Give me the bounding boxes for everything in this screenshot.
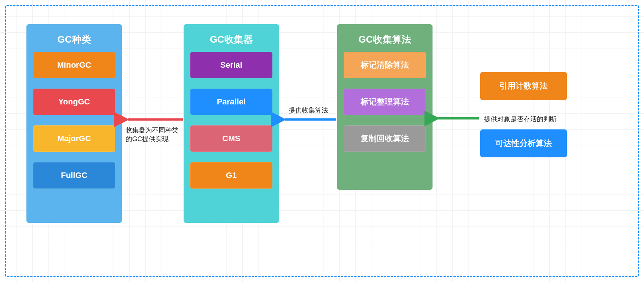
box-reachability: 可达性分析算法	[480, 129, 567, 157]
chip-parallel: Parallel	[190, 89, 272, 115]
arrow-label-1-line2: 的GC提供实现	[126, 135, 169, 143]
chip-yonggc: YongGC	[33, 89, 115, 115]
arrow-label-2: 提供收集算法	[289, 106, 328, 115]
arrow-label-1: 收集器为不同种类 的GC提供实现	[126, 126, 188, 144]
box-ref-counting: 引用计数算法	[480, 72, 567, 100]
chip-mark-sweep: 标记清除算法	[344, 52, 426, 78]
arrow-label-1-line1: 收集器为不同种类	[126, 126, 178, 134]
chip-g1: G1	[190, 162, 272, 189]
chip-minorgc: MinorGC	[33, 52, 115, 78]
panel-title-algorithms: GC收集算法	[359, 33, 411, 46]
chip-fullgc: FullGC	[33, 162, 115, 189]
panel-title-collectors: GC收集器	[210, 33, 253, 46]
chip-majorgc: MajorGC	[33, 125, 115, 152]
panel-gc-types: GC种类 MinorGC YongGC MajorGC FullGC	[26, 24, 122, 223]
arrow-label-3: 提供对象是否存活的判断	[484, 115, 557, 124]
panel-gc-algorithms: GC收集算法 标记清除算法 标记整理算法 复制回收算法	[337, 24, 433, 190]
chip-serial: Serial	[190, 52, 272, 78]
panel-gc-collectors: GC收集器 Serial Parallel CMS G1	[184, 24, 279, 223]
panel-title-types: GC种类	[58, 33, 91, 46]
chip-mark-compact: 标记整理算法	[344, 89, 426, 115]
chip-copying: 复制回收算法	[344, 125, 426, 152]
chip-cms: CMS	[190, 125, 272, 152]
